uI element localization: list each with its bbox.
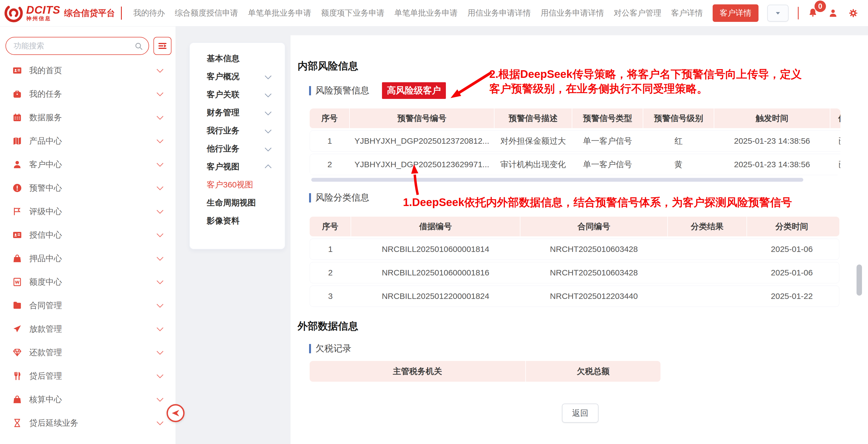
top-nav-tab[interactable]: 单笔单批业务申请 [248,8,311,19]
submenu-item[interactable]: 财务管理 [190,103,285,122]
sidebar-item-icon [12,371,22,381]
vertical-scrollbar[interactable] [857,265,862,296]
table-row: 1NRCBILL2025010600001814NRCHT20250106034… [310,239,839,260]
search-input[interactable] [14,37,128,54]
chevron-down-icon [156,207,163,214]
app-window: DCITS 神州信息 综合信贷平台 我的待办 综合额度授信申请 单笔单批业务申请… [0,0,868,444]
top-nav-tab[interactable]: 综合额度授信申请 [175,8,238,19]
submenu-item[interactable]: 影像资料 [190,212,285,230]
top-nav-tab[interactable]: 单笔单批业务申请 [394,8,458,19]
sidebar-item-icon [12,254,22,263]
header-divider [121,6,122,20]
tax-arrears-section-header: 欠税记录 [309,343,351,355]
sidebar-item-label: 放款管理 [29,324,158,335]
sidebar-item[interactable]: 评级中心 [0,200,176,223]
top-nav-tab[interactable]: 用信业务申请详情 [540,8,604,19]
column-header: 预警信号级别 [643,109,714,128]
top-nav-tab[interactable]: 额度项下业务申请 [321,8,384,19]
sidebar-item[interactable]: 产品中心 [0,129,176,153]
sidebar-item-icon [12,159,22,169]
submenu-item[interactable]: 客户360视图 [190,176,285,194]
sidebar-item[interactable]: 贷后管理 [0,364,176,388]
submenu-item-label: 客户视图 [207,161,266,172]
submenu-item[interactable]: 客户关联 [190,86,285,103]
table-cell: 红 [643,130,714,151]
risk-warning-section-header: 风险预警信息 高风险级客户 [309,82,446,99]
table-cell: 2025-01-22 [747,286,837,306]
sidebar-item[interactable]: 额度中心 [0,270,176,294]
submenu-item[interactable]: 生命周期视图 [190,194,285,212]
submenu-item-label: 我行业务 [207,125,266,136]
submenu-item[interactable]: 客户视图 [190,158,285,176]
user-profile-icon[interactable] [828,8,838,18]
back-button[interactable]: 返回 [562,404,598,423]
table-cell [668,262,747,283]
sidebar-item[interactable]: 放款管理 [0,317,176,341]
brand-subname: 神州信息 [26,15,60,22]
sidebar-item[interactable]: 我的任务 [0,82,176,106]
sidebar-item-label: 产品中心 [29,136,158,147]
sidebar-item[interactable]: 客户中心 [0,153,176,176]
chevron-icon [265,72,271,79]
column-header: 预警信号描述 [494,109,572,128]
sidebar-item-icon [12,136,22,146]
brand-text: DCITS 神州信息 [26,4,60,22]
table-header-row: 序号预警信号编号预警信号描述预警信号类型预警信号级别触发时间信 [310,109,840,128]
submenu-item[interactable]: 客户概况 [190,67,285,86]
chevron-down-icon [156,66,163,73]
table-cell: 2 [310,262,351,283]
submenu-item-label: 客户关联 [207,89,266,100]
sidebar-item[interactable]: 授信中心 [0,223,176,247]
risk-class-section-header: 风险分类信息 [309,191,369,204]
chevron-down-icon [156,113,163,120]
sidebar-item[interactable]: 还款管理 [0,341,176,364]
submenu-item[interactable]: 我行业务 [190,122,285,140]
dcits-logo-icon [4,3,24,23]
sidebar-item[interactable]: 预警中心 [0,176,176,200]
top-nav-tab[interactable]: 客户详情 [713,4,758,22]
sidebar-item-icon [12,277,22,287]
top-nav-tab[interactable]: 对公客户管理 [614,8,661,19]
sidebar-item[interactable]: 押品中心 [0,247,176,270]
chevron-down-icon [156,254,163,261]
top-nav-tab[interactable]: 客户详情 [671,8,703,19]
sidebar-item-label: 我的任务 [29,89,158,100]
column-header: 主管税务机关 [310,361,525,382]
sidebar-item[interactable]: 核算中心 [0,388,176,411]
sidebar-item-label: 数据服务 [29,112,158,123]
sidebar-item[interactable]: 我的首页 [0,59,176,82]
product-title: 综合信贷平台 [64,7,115,19]
chevron-down-icon [156,395,163,402]
sidebar-item[interactable]: 贷后延续业务 [0,411,176,435]
table-cell: NRCBILL2025012200001824 [351,286,520,306]
function-search-box[interactable] [5,37,149,55]
main-content: 内部风险信息 风险预警信息 高风险级客户 2.根据DeepSeek传导策略，将客… [290,35,868,444]
notifications-button[interactable]: 0 [808,8,818,19]
sidebar-collapse-button[interactable] [166,404,185,422]
tax-arrears-table: 主管税务机关欠税总额 [310,361,660,382]
risk-warning-table-scroll[interactable]: 序号预警信号编号预警信号描述预警信号类型预警信号级别触发时间信1YJBHYJXH… [310,109,840,175]
column-header: 分类结果 [667,217,746,236]
sidebar-search-row [5,37,172,55]
sidebar: 我的首页 我的任务 数据服务 产品中心 [0,27,176,444]
top-nav-tab[interactable]: 用信业务申请详情 [467,8,531,19]
sidebar-item-icon [12,113,22,122]
horizontal-scrollbar[interactable] [311,178,803,182]
sidebar-item-icon [12,207,22,216]
tabs-dropdown-button[interactable] [767,5,788,22]
table-cell: 3 [310,286,351,306]
sidebar-item[interactable]: 数据服务 [0,106,176,129]
menu-toggle-button[interactable] [153,37,172,55]
sidebar-item-icon [12,301,22,310]
submenu-item[interactable]: 基本信息 [190,50,285,67]
settings-gear-icon[interactable] [848,8,858,18]
sidebar-item[interactable]: 合同管理 [0,294,176,317]
risk-class-table: 序号借据编号合同编号分类结果分类时间1NRCBILL20250106000018… [310,217,839,307]
sidebar-item-label: 合同管理 [29,300,158,311]
table-row: 3NRCBILL2025012200001824NRCHT20250122034… [310,286,839,307]
chevron-down-icon [156,418,163,425]
column-header: 信 [830,109,840,128]
top-nav-tab[interactable]: 我的待办 [133,8,165,19]
submenu-item[interactable]: 他行业务 [190,140,285,158]
brand-name: DCITS [26,4,60,15]
